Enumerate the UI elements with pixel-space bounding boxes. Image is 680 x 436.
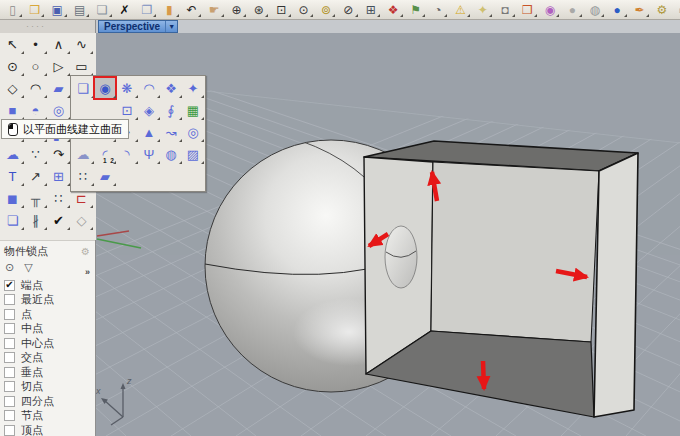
solid-dome-icon[interactable]: ◓ [24,99,47,121]
osnap-item-8[interactable]: 四分点 [0,394,95,409]
gear-icon[interactable]: ⚙ [81,246,90,257]
checkbox[interactable] [4,309,15,320]
pins-icon[interactable]: ╥ [24,187,47,209]
stone-icon[interactable]: ◇ [70,209,93,231]
blend-surface-icon[interactable]: ◝ [116,143,138,165]
pan-hand-icon[interactable]: ☛ [205,1,224,18]
shaded-sphere-icon[interactable]: ● [563,1,582,18]
lightbulb-icon[interactable]: ✦ [473,1,492,18]
metaball-surface-icon[interactable]: ☁ [72,143,94,165]
copy-icon[interactable]: ❐ [137,1,156,18]
osnap-item-0[interactable]: ✔端点 [0,278,95,293]
move-icon[interactable]: ↗ [24,165,47,187]
filter-funnel-icon[interactable]: ▽ [24,261,32,275]
checkbox[interactable] [4,410,15,421]
osnap-item-2[interactable]: 点 [0,307,95,322]
paste-clipboard-icon[interactable]: ▮ [160,1,179,18]
zoom-extents-all-icon[interactable]: ⊘ [339,1,358,18]
control-point-curve-icon[interactable]: ∿ [70,33,93,55]
color-wheel-icon[interactable]: ◉ [540,1,559,18]
render-sphere-icon[interactable]: ● [608,1,627,18]
rectangular-array-icon[interactable]: ∷ [47,187,70,209]
box-object[interactable] [364,141,638,417]
curve-arrow-icon[interactable]: ↷ [47,143,70,165]
point-cloud-icon[interactable]: ∵ [24,143,47,165]
solid-torus-icon[interactable]: ◎ [47,99,70,121]
ellipse-icon[interactable]: ○ [24,55,47,77]
edge-surface-icon[interactable]: ✦ [182,77,204,99]
osnap-item-10[interactable]: 顶点 [0,423,95,436]
heightfield-icon[interactable]: ▦ [182,99,204,121]
box-right-face[interactable] [594,153,638,417]
extrude-along-curve-icon[interactable]: ↝ [160,121,182,143]
osnap-item-7[interactable]: 切点 [0,380,95,395]
osnap-item-9[interactable]: 节点 [0,409,95,424]
tab-perspective[interactable]: Perspective ▼ [98,20,178,33]
save-icon[interactable]: ▣ [48,1,67,18]
zoom-extents-icon[interactable]: ⊚ [316,1,335,18]
arrow-down[interactable] [483,361,484,389]
ruler-icon[interactable]: ▭ [675,1,680,18]
arc-icon[interactable]: ◠ [24,77,47,99]
split-icon[interactable]: ∦ [24,209,47,231]
stacked-boxes-icon[interactable]: ❒ [518,1,537,18]
checkbox[interactable] [4,396,15,407]
circle-icon[interactable]: ⊙ [1,55,24,77]
drape-surface-icon[interactable]: ◍ [160,143,182,165]
extrude-box-icon[interactable]: ⊡ [116,99,138,121]
extrude-tapered-icon[interactable]: ▰ [94,165,116,187]
map-flag-icon[interactable]: ⚑ [406,1,425,18]
warning-sign-icon[interactable]: ⚠ [451,1,470,18]
checkbox[interactable] [4,381,15,392]
delete-icon[interactable]: ✗ [115,1,134,18]
quill-icon[interactable]: ✒ [630,1,649,18]
osnap-item-5[interactable]: 交点 [0,351,95,366]
sweep-1-rail-icon[interactable]: ◠ [138,77,160,99]
checkbox[interactable] [4,425,15,436]
check-icon[interactable]: ✔ [47,209,70,231]
point-grid-icon[interactable]: ∷ [72,165,94,187]
options-gear-icon[interactable]: ⚙ [652,1,671,18]
osnap-item-1[interactable]: 最近点 [0,293,95,308]
zoom-window-icon[interactable]: ⊡ [272,1,291,18]
overflow-chevron-icon[interactable]: » [85,267,90,277]
patch-icon[interactable]: ◈ [138,99,160,121]
surface-patch-icon[interactable]: ▰ [47,77,70,99]
rotate-view-icon[interactable]: ⊕ [227,1,246,18]
polyline-icon[interactable]: ∧ [47,33,70,55]
zoom-selected-icon[interactable]: ⊙ [294,1,313,18]
osnap-toggle-icon[interactable]: ⊙ [5,261,14,275]
checkbox[interactable] [4,294,15,305]
zoom-dynamic-icon[interactable]: ⊛ [249,1,268,18]
single-point-icon[interactable]: • [24,33,47,55]
offset-surface-icon[interactable]: Ψ [138,143,160,165]
checkbox[interactable]: ✔ [4,280,15,291]
new-file-icon[interactable]: ▯ [3,1,22,18]
box-back-face[interactable] [431,162,599,342]
curve-network-surface-icon[interactable]: ❋ [116,77,138,99]
osnap-item-3[interactable]: 中点 [0,322,95,337]
car-icon[interactable]: ❖ [384,1,403,18]
ghosted-sphere-icon[interactable]: ◍ [585,1,604,18]
osnap-item-6[interactable]: 垂点 [0,365,95,380]
chevron-down-icon[interactable]: ▼ [165,21,177,32]
ribbon-icon[interactable]: ∮ [160,99,182,121]
metaball-icon[interactable]: ☁ [1,143,24,165]
extrude-to-point-icon[interactable]: ▲ [138,121,160,143]
compass-icon[interactable]: ◔ [428,1,447,18]
rectangle-icon[interactable]: ▭ [70,55,93,77]
checkbox[interactable] [4,323,15,334]
checkbox[interactable] [4,352,15,363]
toolbar-grip[interactable]: ···· [0,20,95,33]
checkbox[interactable] [4,367,15,378]
solid-box-icon[interactable]: ■ [1,99,24,121]
select-arrow-icon[interactable]: ↖ [1,33,24,55]
undo-icon[interactable]: ↶ [182,1,201,18]
polygon-icon[interactable]: ▷ [47,55,70,77]
blue-cube-icon[interactable]: ◼ [1,187,24,209]
rail-revolve-icon[interactable]: ◎ [182,121,204,143]
lock-icon[interactable]: ◘ [496,1,515,18]
osnap-item-4[interactable]: 中心点 [0,336,95,351]
planar-curves-surface-icon[interactable]: ◉ [94,77,116,99]
copy-array-icon[interactable]: ⊞ [47,165,70,187]
